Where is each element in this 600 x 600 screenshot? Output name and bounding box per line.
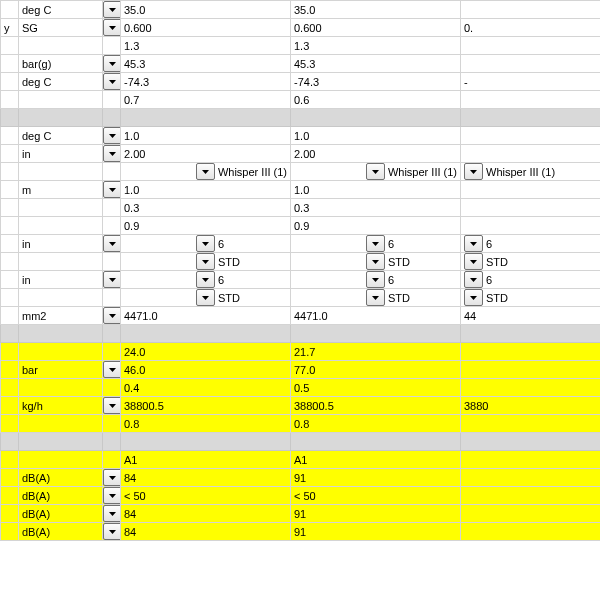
unit-cell[interactable]: bar(g) (19, 55, 103, 73)
value-col-3[interactable] (461, 469, 601, 487)
dropdown-icon[interactable] (464, 235, 483, 252)
dropdown-icon[interactable] (103, 271, 121, 288)
value-col-1[interactable]: A1 (121, 451, 291, 469)
dropdown-icon[interactable] (103, 487, 121, 504)
value-col-1[interactable]: 0.600 (121, 19, 291, 37)
value-col-2[interactable]: 45.3 (291, 55, 461, 73)
value-col-2[interactable]: 91 (291, 523, 461, 541)
dropdown-icon[interactable] (366, 253, 385, 270)
dropdown-icon[interactable] (103, 469, 121, 486)
dropdown-icon[interactable] (366, 271, 385, 288)
unit-cell[interactable]: dB(A) (19, 487, 103, 505)
value-col-2[interactable]: 0.3 (291, 199, 461, 217)
unit-cell[interactable]: m (19, 181, 103, 199)
value-col-1[interactable]: < 50 (121, 487, 291, 505)
dropdown-icon[interactable] (464, 253, 483, 270)
value-col-2[interactable]: 38800.5 (291, 397, 461, 415)
dropdown-icon[interactable] (464, 289, 483, 306)
select-cell[interactable]: 6 (291, 271, 461, 289)
value-col-2[interactable]: < 50 (291, 487, 461, 505)
value-col-1[interactable]: -74.3 (121, 73, 291, 91)
value-col-2[interactable]: 2.00 (291, 145, 461, 163)
value-col-1[interactable]: 84 (121, 523, 291, 541)
value-col-2[interactable]: 91 (291, 505, 461, 523)
value-col-1[interactable]: 2.00 (121, 145, 291, 163)
value-col-1[interactable]: 45.3 (121, 55, 291, 73)
value-col-3[interactable] (461, 145, 601, 163)
dropdown-icon[interactable] (103, 361, 121, 378)
value-col-2[interactable]: 1.0 (291, 127, 461, 145)
dropdown-icon[interactable] (103, 397, 121, 414)
value-col-3[interactable] (461, 523, 601, 541)
unit-cell[interactable]: in (19, 271, 103, 289)
value-col-1[interactable]: 0.4 (121, 379, 291, 397)
dropdown-icon[interactable] (464, 163, 483, 180)
dropdown-icon[interactable] (196, 253, 215, 270)
value-col-3[interactable] (461, 37, 601, 55)
value-col-1[interactable]: 4471.0 (121, 307, 291, 325)
select-cell[interactable]: STD (291, 253, 461, 271)
dropdown-icon[interactable] (366, 235, 385, 252)
dropdown-icon[interactable] (103, 1, 121, 18)
value-col-1[interactable]: 1.0 (121, 127, 291, 145)
value-col-2[interactable]: 0.5 (291, 379, 461, 397)
value-col-3[interactable] (461, 487, 601, 505)
unit-cell[interactable]: in (19, 235, 103, 253)
value-col-1[interactable]: 0.3 (121, 199, 291, 217)
select-cell[interactable]: STD (121, 253, 291, 271)
value-col-3[interactable] (461, 379, 601, 397)
value-col-3[interactable] (461, 361, 601, 379)
value-col-2[interactable]: A1 (291, 451, 461, 469)
select-cell[interactable]: Whisper III (1) (121, 163, 291, 181)
value-col-3[interactable] (461, 1, 601, 19)
select-cell[interactable]: STD (461, 253, 601, 271)
dropdown-icon[interactable] (103, 73, 121, 90)
value-col-1[interactable]: 0.9 (121, 217, 291, 235)
unit-cell[interactable]: SG (19, 19, 103, 37)
unit-cell[interactable]: deg C (19, 1, 103, 19)
value-col-3[interactable] (461, 55, 601, 73)
value-col-1[interactable]: 46.0 (121, 361, 291, 379)
value-col-3[interactable] (461, 343, 601, 361)
dropdown-icon[interactable] (196, 235, 215, 252)
value-col-2[interactable]: 0.600 (291, 19, 461, 37)
select-cell[interactable]: Whisper III (1) (291, 163, 461, 181)
select-cell[interactable]: STD (121, 289, 291, 307)
dropdown-icon[interactable] (196, 289, 215, 306)
dropdown-icon[interactable] (103, 127, 121, 144)
value-col-3[interactable] (461, 451, 601, 469)
dropdown-icon[interactable] (103, 523, 121, 540)
dropdown-icon[interactable] (196, 271, 215, 288)
value-col-3[interactable] (461, 91, 601, 109)
dropdown-icon[interactable] (366, 289, 385, 306)
dropdown-icon[interactable] (464, 271, 483, 288)
select-cell[interactable]: 6 (461, 271, 601, 289)
select-cell[interactable]: 6 (121, 271, 291, 289)
unit-cell[interactable]: dB(A) (19, 469, 103, 487)
dropdown-icon[interactable] (103, 145, 121, 162)
value-col-3[interactable] (461, 505, 601, 523)
value-col-1[interactable]: 0.8 (121, 415, 291, 433)
value-col-3[interactable]: 0. (461, 19, 601, 37)
value-col-2[interactable]: 0.8 (291, 415, 461, 433)
value-col-2[interactable]: 91 (291, 469, 461, 487)
value-col-2[interactable]: 1.0 (291, 181, 461, 199)
dropdown-icon[interactable] (366, 163, 385, 180)
dropdown-icon[interactable] (103, 181, 121, 198)
value-col-2[interactable]: 4471.0 (291, 307, 461, 325)
value-col-3[interactable] (461, 181, 601, 199)
unit-cell[interactable]: deg C (19, 127, 103, 145)
value-col-1[interactable]: 38800.5 (121, 397, 291, 415)
value-col-3[interactable]: 3880 (461, 397, 601, 415)
dropdown-icon[interactable] (103, 19, 121, 36)
value-col-1[interactable]: 35.0 (121, 1, 291, 19)
value-col-1[interactable]: 0.7 (121, 91, 291, 109)
dropdown-icon[interactable] (103, 235, 121, 252)
dropdown-icon[interactable] (103, 55, 121, 72)
value-col-2[interactable]: 0.6 (291, 91, 461, 109)
unit-cell[interactable]: mm2 (19, 307, 103, 325)
value-col-1[interactable]: 84 (121, 505, 291, 523)
unit-cell[interactable]: in (19, 145, 103, 163)
value-col-3[interactable] (461, 415, 601, 433)
select-cell[interactable]: STD (461, 289, 601, 307)
